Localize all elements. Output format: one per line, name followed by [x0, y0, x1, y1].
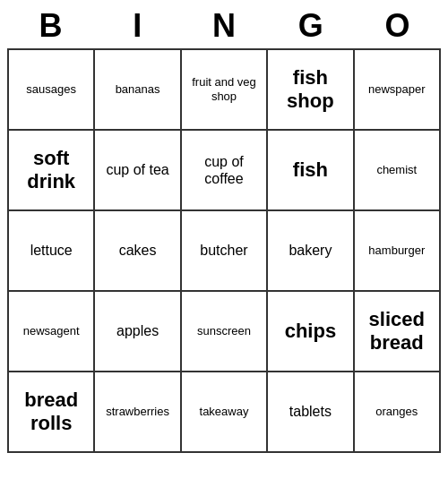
bingo-letter-I: I — [98, 7, 177, 45]
cell-text: bakery — [289, 242, 332, 259]
bingo-letter-B: B — [11, 7, 90, 45]
cell-text: newspaper — [368, 82, 426, 97]
cell-text: cup of coffee — [185, 153, 263, 187]
bingo-cell-0-3: fish shop — [268, 50, 354, 131]
bingo-cell-1-3: fish — [268, 131, 354, 211]
bingo-cell-2-4: hamburger — [355, 211, 441, 292]
cell-text: fruit and veg shop — [185, 75, 263, 103]
cell-text: cakes — [119, 242, 157, 259]
cell-text: lettuce — [30, 242, 73, 259]
cell-text: sausages — [26, 82, 76, 97]
bingo-cell-1-2: cup of coffee — [182, 131, 268, 211]
cell-text: fish — [293, 158, 328, 182]
cell-text: butcher — [200, 242, 247, 259]
bingo-cell-0-0: sausages — [9, 50, 95, 131]
bingo-cell-1-0: soft drink — [9, 131, 95, 211]
cell-text: tablets — [289, 403, 332, 420]
cell-text: takeaway — [200, 405, 249, 419]
bingo-cell-2-2: butcher — [182, 211, 268, 292]
cell-text: sunscreen — [197, 324, 251, 338]
cell-text: bread rolls — [13, 389, 90, 436]
bingo-cell-3-0: newsagent — [9, 292, 95, 372]
cell-text: strawberries — [106, 405, 169, 419]
cell-text: hamburger — [368, 244, 425, 258]
cell-text: bananas — [116, 82, 160, 97]
bingo-cell-0-2: fruit and veg shop — [182, 50, 268, 131]
cell-text: chips — [285, 320, 336, 343]
bingo-cell-3-3: chips — [268, 292, 354, 372]
cell-text: fish shop — [271, 66, 349, 114]
bingo-title: BINGO — [7, 7, 441, 45]
bingo-cell-3-1: apples — [95, 292, 181, 372]
cell-text: newsagent — [23, 324, 80, 338]
bingo-cell-4-4: oranges — [355, 372, 441, 453]
bingo-cell-0-4: newspaper — [355, 50, 441, 131]
bingo-letter-G: G — [271, 7, 350, 45]
cell-text: soft drink — [13, 147, 90, 194]
bingo-letter-N: N — [185, 7, 263, 45]
cell-text: chemist — [376, 163, 417, 177]
bingo-letter-O: O — [358, 7, 437, 45]
cell-text: oranges — [375, 405, 418, 419]
bingo-cell-4-1: strawberries — [95, 372, 181, 453]
bingo-cell-3-4: sliced bread — [355, 292, 441, 372]
cell-text: apples — [116, 322, 159, 339]
bingo-cell-1-1: cup of tea — [95, 131, 181, 211]
cell-text: sliced bread — [358, 308, 435, 355]
cell-text: cup of tea — [106, 161, 168, 178]
bingo-cell-4-3: tablets — [268, 372, 354, 453]
bingo-cell-2-0: lettuce — [9, 211, 95, 292]
bingo-cell-4-2: takeaway — [182, 372, 268, 453]
bingo-grid: sausagesbananasfruit and veg shopfish sh… — [7, 48, 441, 453]
bingo-cell-2-1: cakes — [95, 211, 181, 292]
bingo-cell-3-2: sunscreen — [182, 292, 268, 372]
bingo-cell-4-0: bread rolls — [9, 372, 95, 453]
bingo-cell-0-1: bananas — [95, 50, 181, 131]
bingo-cell-2-3: bakery — [268, 211, 354, 292]
bingo-cell-1-4: chemist — [355, 131, 441, 211]
